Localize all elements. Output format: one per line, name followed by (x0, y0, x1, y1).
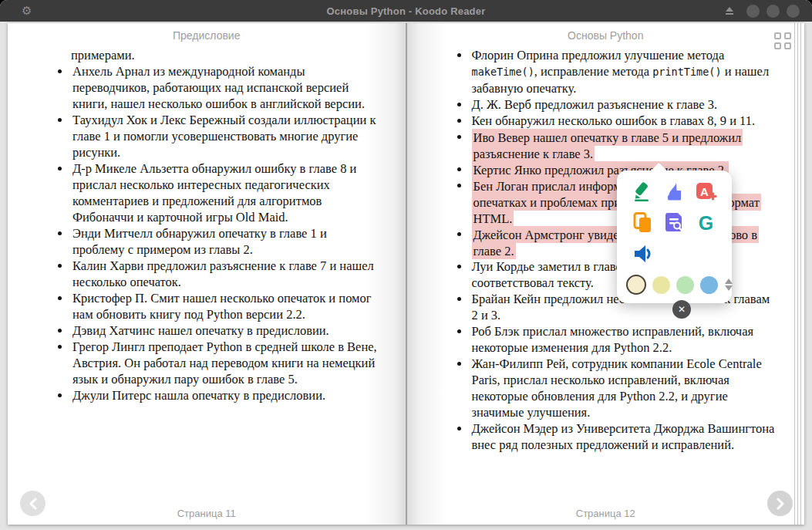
window-maximize-button[interactable] (767, 5, 780, 18)
left-page[interactable]: Предисловие примерами. Анхель Арнал из м… (8, 23, 406, 525)
color-swatch-green[interactable] (676, 276, 694, 294)
left-page-header: Предисловие (8, 29, 406, 42)
dictionary-search-icon[interactable] (663, 212, 686, 233)
list-item: Иво Вевер нашел опечатку в главе 5 и пре… (470, 129, 779, 161)
list-item: Грегор Лингл преподает Python в средней … (71, 339, 379, 387)
eject-icon[interactable] (724, 6, 735, 15)
brush-stroke-icon[interactable] (663, 181, 686, 202)
highlight-style-stepper[interactable] (725, 279, 733, 291)
list-item: Кен обнаружил несколько ошибок в главах … (470, 113, 779, 129)
koodo-reader-window: ⚙ Основы Python - Koodo Reader Предислов… (0, 0, 812, 530)
stepper-up-icon (725, 279, 733, 284)
copy-icon[interactable] (632, 212, 655, 233)
left-page-number: Страница 11 (8, 508, 406, 519)
previous-page-button[interactable] (20, 491, 45, 516)
right-page-number: Страница 12 (407, 508, 805, 519)
titlebar: ⚙ Основы Python - Koodo Reader (0, 0, 812, 22)
svg-text:A: A (700, 185, 709, 198)
speaker-icon[interactable] (632, 243, 655, 264)
list-item: Джейсон Мэдер из Университета Джорджа Ва… (470, 420, 779, 453)
popup-close-button[interactable]: ✕ (672, 300, 691, 319)
window-close-button[interactable] (787, 5, 800, 18)
list-item: Жан-Филипп Рей, сотрудник компании Ecole… (470, 356, 779, 420)
list-item: Кристофер П. Смит нашел несколько опечат… (71, 290, 379, 322)
continuation-line: примерами. (71, 47, 379, 63)
chevron-left-icon (28, 498, 39, 510)
list-item: Таухидул Хок и Лекс Бережный создали илл… (71, 112, 379, 160)
list-item: Анхель Арнал из международной команды пе… (71, 63, 379, 112)
list-item: Д-р Микеле Альзетта обнаружил ошибку в г… (71, 160, 379, 225)
list-item: Дэвид Хатчинс нашел опечатку в предислов… (71, 322, 379, 339)
next-page-button[interactable] (767, 491, 793, 516)
left-page-content: примерами. Анхель Арнал из международной… (56, 47, 379, 403)
translate-icon[interactable]: A (695, 181, 718, 202)
window-minimize-button[interactable] (746, 5, 760, 18)
highlighted-text[interactable]: Иво Вевер нашел опечатку в главе 5 и пре… (472, 129, 743, 162)
left-bullet-list: Анхель Арнал из международной команды пе… (56, 63, 379, 403)
color-swatch-cream[interactable] (626, 275, 646, 295)
color-swatch-blue[interactable] (700, 276, 718, 294)
google-search-icon[interactable]: G (695, 212, 718, 233)
selection-popup-menu: A G (617, 170, 732, 303)
list-item: Флорин Оприна предложил улучшение метода… (470, 47, 779, 96)
list-item: Энди Митчелл обнаружил опечатку в главе … (71, 225, 379, 258)
list-item: Д. Ж. Верб предложил разъяснение к главе… (470, 96, 779, 113)
chevron-right-icon (775, 498, 786, 510)
color-swatch-yellow[interactable] (652, 276, 670, 294)
list-item: Джули Питерс нашла опечатку в предислови… (71, 387, 379, 403)
swatch-row (626, 275, 718, 295)
right-page-header: Основы Python (407, 29, 805, 42)
stepper-down-icon (725, 285, 733, 291)
close-icon: ✕ (678, 304, 686, 315)
highlighter-pen-icon[interactable] (632, 181, 655, 202)
list-item: Калин Харви предложил разъяснение к глав… (71, 258, 379, 290)
list-item: Роб Блэк прислал множество исправлений, … (470, 323, 779, 356)
window-title: Основы Python - Koodo Reader (0, 5, 812, 17)
right-page[interactable]: Основы Python Флорин Оприна предложил ул… (407, 23, 805, 525)
